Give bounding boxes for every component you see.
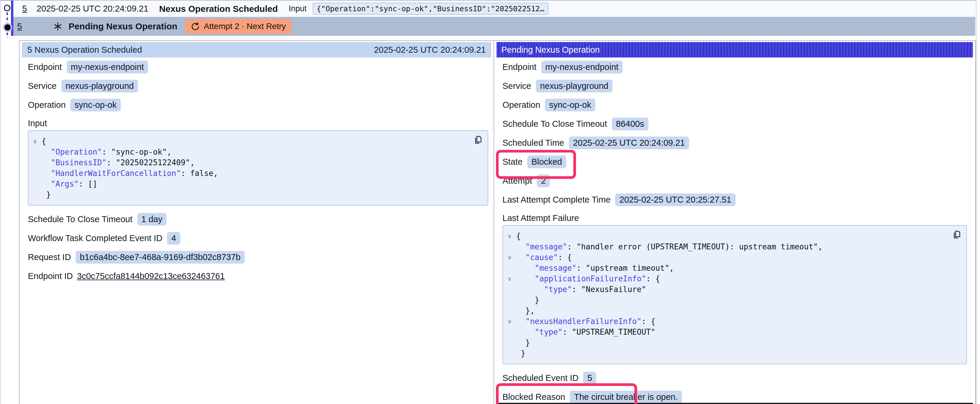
detail-row-endpoint-id: Endpoint ID 3c0c75ccfa8144b092c13ce63246… <box>28 269 491 282</box>
event-detail-header-time: 2025-02-25 UTC 20:24:09.21 <box>374 45 486 55</box>
timeline-node-current-icon <box>5 24 11 30</box>
selected-event-accent-bar <box>11 1 13 36</box>
retry-status-badge: Attempt 2 · Next Retry <box>185 19 291 34</box>
detail-row-request-id: Request ID b1c6a4bc-8ee7-468a-9169-df3b0… <box>28 250 491 264</box>
row-label: Scheduled Event ID <box>503 373 578 383</box>
copy-button[interactable] <box>472 135 483 146</box>
detail-row-workflow-task-completed-event-id: Workflow Task Completed Event ID 4 <box>28 231 491 245</box>
detail-row-endpoint: Endpoint my-nexus-endpoint <box>28 60 491 73</box>
row-label: Operation <box>503 100 540 110</box>
row-label: Service <box>28 81 57 91</box>
collapse-chevron-icon <box>506 284 516 295</box>
row-value-badge: 86400s <box>612 117 648 130</box>
detail-row-state: State Blocked <box>503 155 973 168</box>
collapse-chevron-icon <box>506 337 516 348</box>
event-detail-container: 5 Nexus Operation Scheduled 2025-02-25 U… <box>19 40 976 404</box>
collapse-chevron-icon[interactable]: ∨ <box>506 316 516 327</box>
input-section-label: Input <box>28 117 491 129</box>
detail-row-endpoint: Endpoint my-nexus-endpoint <box>503 60 973 73</box>
collapse-chevron-icon[interactable]: ∨ <box>506 252 516 263</box>
detail-row-last-attempt-complete-time: Last Attempt Complete Time 2025-02-25 UT… <box>503 193 973 206</box>
row-label: Scheduled Time <box>503 138 564 148</box>
detail-row-scheduled-event-id: Scheduled Event ID 5 <box>503 371 973 385</box>
detail-row-operation: Operation sync-op-ok <box>503 98 973 111</box>
row-value-badge: my-nexus-endpoint <box>541 61 623 73</box>
row-value-badge: 4 <box>167 232 180 245</box>
panel-bottom-divider <box>497 403 973 404</box>
event-row-nexus-operation-scheduled[interactable]: 5 2025-02-25 UTC 20:24:09.21 Nexus Opera… <box>13 1 975 17</box>
pending-operation-panel: Pending Nexus Operation Endpoint my-nexu… <box>494 41 975 404</box>
collapse-chevron-icon <box>506 327 516 337</box>
retry-badge-label: Attempt 2 · Next Retry <box>204 22 286 31</box>
state-value-badge: Blocked <box>527 155 566 168</box>
event-detail-header-title: 5 Nexus Operation Scheduled <box>27 45 142 55</box>
collapse-chevron-icon[interactable]: ∨ <box>32 136 41 147</box>
event-input-label: Input <box>289 4 307 13</box>
row-label: Last Attempt Complete Time <box>503 195 611 205</box>
row-label: Endpoint <box>503 62 536 72</box>
detail-row-service: Service nexus-playground <box>28 79 491 92</box>
row-value-badge: 5 <box>583 372 596 385</box>
event-name: Nexus Operation Scheduled <box>159 4 278 14</box>
collapse-chevron-icon <box>506 305 516 316</box>
row-value-badge: my-nexus-endpoint <box>67 61 148 73</box>
collapse-chevron-icon <box>32 189 41 200</box>
event-id-link[interactable]: 5 <box>22 4 27 14</box>
collapse-chevron-icon <box>32 168 41 179</box>
blocked-reason-value-badge: The circuit breaker is open. <box>570 391 682 403</box>
collapse-chevron-icon[interactable]: ∨ <box>506 273 516 284</box>
collapse-chevron-icon <box>506 263 516 273</box>
detail-row-schedule-to-close-timeout: Schedule To Close Timeout 1 day <box>28 213 491 226</box>
row-label: Schedule To Close Timeout <box>28 214 133 224</box>
nexus-asterisk-icon <box>53 22 62 31</box>
last-attempt-failure-section-label: Last Attempt Failure <box>503 212 973 224</box>
collapse-chevron-icon <box>32 147 41 157</box>
collapse-chevron-icon <box>506 348 516 359</box>
detail-row-blocked-reason: Blocked Reason The circuit breaker is op… <box>503 390 973 403</box>
copy-icon <box>951 230 961 239</box>
vertical-scrollbar-track[interactable] <box>976 0 980 404</box>
row-label: Blocked Reason <box>503 392 565 402</box>
pending-event-title: Pending Nexus Operation <box>68 21 177 32</box>
row-label: Workflow Task Completed Event ID <box>28 233 162 243</box>
pending-nexus-operation-row[interactable]: 5 Pending Nexus Operation Attempt 2 · Ne… <box>13 17 975 36</box>
detail-row-schedule-to-close-timeout: Schedule To Close Timeout 86400s <box>503 117 973 130</box>
row-label: Request ID <box>28 252 71 262</box>
row-label: Operation <box>28 100 65 110</box>
event-detail-header: 5 Nexus Operation Scheduled 2025-02-25 U… <box>22 42 491 57</box>
row-value-badge: 1 day <box>137 213 167 226</box>
row-label: Endpoint ID <box>28 271 73 281</box>
timeline-node-open-icon <box>4 5 10 11</box>
row-value-badge: nexus-playground <box>536 80 613 92</box>
row-label: Endpoint <box>28 62 62 72</box>
row-value-badge: 2025-02-25 UTC 20:25:27.51 <box>615 193 735 206</box>
pending-event-id-link[interactable]: 5 <box>17 22 22 32</box>
detail-row-operation: Operation sync-op-ok <box>28 98 491 111</box>
endpoint-id-link[interactable]: 3c0c75ccfa8144b092c13ce632463761 <box>77 271 225 281</box>
pending-operation-header: Pending Nexus Operation <box>496 42 973 57</box>
copy-icon <box>472 135 482 145</box>
retry-icon <box>191 22 200 31</box>
window-left-border <box>0 0 1 404</box>
copy-button[interactable] <box>950 229 962 241</box>
row-value-badge: b1c6a4bc-8ee7-468a-9169-df3b02c8737b <box>76 251 245 264</box>
row-label: Service <box>503 81 531 91</box>
detail-row-attempt: Attempt 2 <box>503 174 973 187</box>
collapse-chevron-icon <box>32 157 41 168</box>
row-label: Schedule To Close Timeout <box>503 119 607 129</box>
row-label: State <box>503 157 523 167</box>
row-value-badge: nexus-playground <box>61 80 138 92</box>
detail-row-service: Service nexus-playground <box>503 79 973 92</box>
event-timestamp: 2025-02-25 UTC 20:24:09.21 <box>37 4 148 14</box>
input-json-viewer: ∨{ "Operation": "sync-op-ok", "BusinessI… <box>28 130 488 206</box>
pending-operation-header-title: Pending Nexus Operation <box>501 45 600 55</box>
collapse-chevron-icon <box>506 295 516 305</box>
event-input-preview[interactable]: {"Operation":"sync-op-ok","BusinessID":"… <box>313 3 549 15</box>
detail-row-scheduled-time: Scheduled Time 2025-02-25 UTC 20:24:09.2… <box>503 136 973 149</box>
row-value-badge: sync-op-ok <box>545 99 595 111</box>
collapse-chevron-icon <box>32 179 41 189</box>
event-detail-panel: 5 Nexus Operation Scheduled 2025-02-25 U… <box>19 41 494 404</box>
row-label: Attempt <box>503 176 532 186</box>
collapse-chevron-icon[interactable]: ∨ <box>506 231 516 241</box>
row-value-badge: 2025-02-25 UTC 20:24:09.21 <box>569 136 689 149</box>
